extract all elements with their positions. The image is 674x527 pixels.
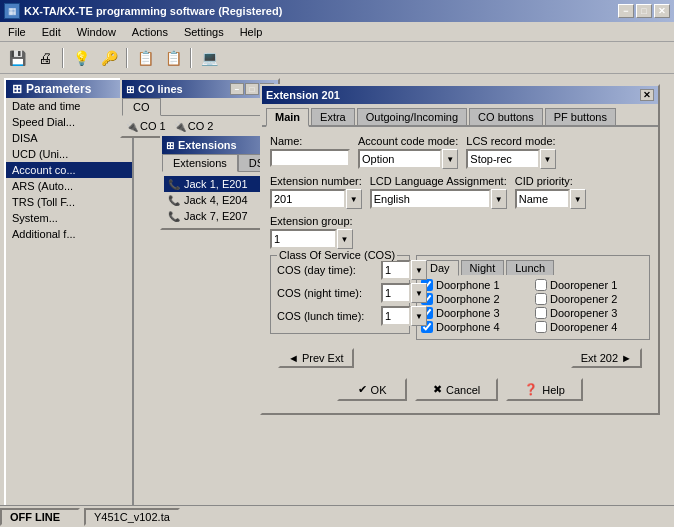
lcd-lang-dropdown-btn[interactable]: ▼ (491, 189, 507, 209)
app-title: KX-TA/KX-TE programming software (Regist… (24, 5, 282, 17)
param-item-1[interactable]: Speed Dial... (6, 114, 132, 130)
ext-number-dropdown-btn[interactable]: ▼ (346, 189, 362, 209)
name-label: Name: (270, 135, 350, 147)
cid-dropdown-btn[interactable]: ▼ (570, 189, 586, 209)
tab-main[interactable]: Main (266, 108, 309, 127)
ext-item-label-1: Jack 4, E204 (184, 194, 248, 206)
param-item-5[interactable]: ARS (Auto... (6, 178, 132, 194)
param-item-0[interactable]: Date and time (6, 98, 132, 114)
day-section: Day Night Lunch Doorphone 1 Dooropener 1 (416, 255, 650, 340)
tab-extra[interactable]: Extra (311, 108, 355, 125)
dialog-buttons: ✔ OK ✖ Cancel ❓ Help (270, 372, 650, 405)
doorphone4-label: Doorphone 4 (436, 321, 500, 333)
app-close-button[interactable]: ✕ (654, 4, 670, 18)
toolbar-pc-button[interactable]: 💻 (196, 46, 222, 70)
param-item-4[interactable]: Account co... (6, 162, 132, 178)
toolbar-separator-2 (126, 48, 128, 68)
lcs-dropdown-btn[interactable]: ▼ (540, 149, 556, 169)
title-buttons: − □ ✕ (618, 4, 670, 18)
menu-actions[interactable]: Actions (124, 24, 176, 40)
toolbar-save-button[interactable]: 💾 (4, 46, 30, 70)
day-tab-lunch[interactable]: Lunch (506, 260, 554, 275)
dooropener3-checkbox[interactable] (535, 307, 547, 319)
account-code-dropdown-btn[interactable]: ▼ (442, 149, 458, 169)
account-code-label: Account code mode: (358, 135, 458, 147)
next-ext-label: Ext 202 ► (581, 352, 632, 364)
name-input[interactable] (270, 149, 350, 167)
menu-file[interactable]: File (0, 24, 34, 40)
co1-label: CO 1 (140, 120, 166, 132)
tab-co-buttons[interactable]: CO buttons (469, 108, 543, 125)
form-row-2: Extension number: ▼ LCD Language Assignm… (270, 175, 650, 209)
cos-day-combo: ▼ (381, 260, 427, 280)
toolbar-copy-button[interactable]: 📋 (132, 46, 158, 70)
cos-day-label: COS (day time): (277, 264, 377, 276)
ok-button[interactable]: ✔ OK (337, 378, 407, 401)
cos-day-input[interactable] (381, 260, 411, 280)
cos-lunch-input[interactable] (381, 306, 411, 326)
account-code-combo: ▼ (358, 149, 458, 169)
maximize-button[interactable]: □ (636, 4, 652, 18)
cancel-button[interactable]: ✖ Cancel (415, 378, 498, 401)
dooropener4-checkbox[interactable] (535, 321, 547, 333)
cos-night-dropdown[interactable]: ▼ (411, 283, 427, 303)
status-filename: Y451C_v102.ta (84, 508, 180, 526)
ext-icon-0: 📞 (168, 179, 180, 190)
ext201-close-button[interactable]: ✕ (640, 89, 654, 101)
next-ext-button[interactable]: Ext 202 ► (571, 348, 642, 368)
app-icon: ▦ (4, 3, 20, 19)
prev-ext-button[interactable]: ◄ Prev Ext (278, 348, 354, 368)
cb-dooropener2: Dooropener 2 (535, 293, 645, 305)
ext-group-dropdown-btn[interactable]: ▼ (337, 229, 353, 249)
cos-day-dropdown[interactable]: ▼ (411, 260, 427, 280)
param-item-8[interactable]: Additional f... (6, 226, 132, 242)
name-group: Name: (270, 135, 350, 167)
co-lines-minimize[interactable]: − (230, 83, 244, 95)
help-button[interactable]: ❓ Help (506, 378, 583, 401)
checkbox-grid: Doorphone 1 Dooropener 1 Doorphone 2 (421, 279, 645, 333)
ext-number-input[interactable] (270, 189, 346, 209)
co-item-1[interactable]: 🔌 CO 1 (126, 120, 166, 132)
dooropener1-checkbox[interactable] (535, 279, 547, 291)
account-code-input[interactable] (358, 149, 442, 169)
day-tab-night[interactable]: Night (461, 260, 505, 275)
tab-pf-buttons[interactable]: PF buttons (545, 108, 616, 125)
cb-dooropener4: Dooropener 4 (535, 321, 645, 333)
parameters-list: Date and time Speed Dial... DISA UCD (Un… (6, 98, 132, 242)
minimize-button[interactable]: − (618, 4, 634, 18)
param-item-7[interactable]: System... (6, 210, 132, 226)
param-item-2[interactable]: DISA (6, 130, 132, 146)
toolbar-print-button[interactable]: 🖨 (32, 46, 58, 70)
toolbar-paste-button[interactable]: 📋 (160, 46, 186, 70)
lcs-input[interactable] (466, 149, 539, 169)
param-item-6[interactable]: TRS (Toll F... (6, 194, 132, 210)
tab-outgoing-incoming[interactable]: Outgoing/Incoming (357, 108, 467, 125)
toolbar-key-button[interactable]: 🔑 (96, 46, 122, 70)
ext-tab-extensions[interactable]: Extensions (162, 154, 238, 172)
co-lines-maximize[interactable]: □ (245, 83, 259, 95)
cos-day-row: COS (day time): ▼ (277, 260, 403, 280)
ext-group-input[interactable] (270, 229, 337, 249)
lcs-group: LCS record mode: ▼ (466, 135, 555, 169)
lcd-lang-input[interactable] (370, 189, 491, 209)
cos-night-input[interactable] (381, 283, 411, 303)
dooropener3-label: Dooropener 3 (550, 307, 617, 319)
nav-section: ◄ Prev Ext Ext 202 ► (270, 344, 650, 372)
menu-window[interactable]: Window (69, 24, 124, 40)
toolbar-hint-button[interactable]: 💡 (68, 46, 94, 70)
co-tab-co[interactable]: CO (122, 98, 161, 116)
param-item-3[interactable]: UCD (Uni... (6, 146, 132, 162)
co-lines-tabs: CO (122, 98, 278, 116)
toolbar-separator-1 (62, 48, 64, 68)
cid-input[interactable] (515, 189, 570, 209)
menu-edit[interactable]: Edit (34, 24, 69, 40)
co-item-2[interactable]: 🔌 CO 2 (174, 120, 214, 132)
lcd-lang-group: LCD Language Assignment: ▼ (370, 175, 507, 209)
cid-label: CID priority: (515, 175, 586, 187)
menu-help[interactable]: Help (232, 24, 271, 40)
menu-settings[interactable]: Settings (176, 24, 232, 40)
doorphone2-label: Doorphone 2 (436, 293, 500, 305)
dooropener2-checkbox[interactable] (535, 293, 547, 305)
parameters-title: ⊞ Parameters (6, 80, 132, 98)
cos-lunch-dropdown[interactable]: ▼ (411, 306, 427, 326)
